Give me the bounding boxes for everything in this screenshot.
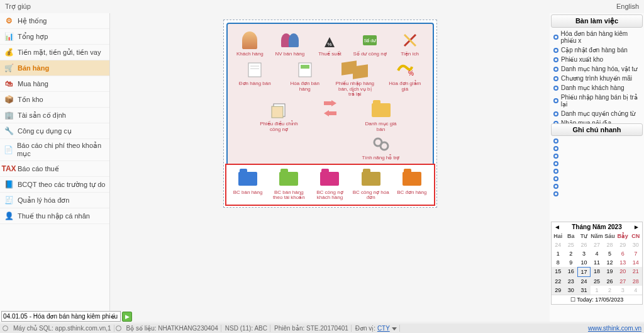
cal-day[interactable]: 27 (616, 277, 630, 286)
report-node-4[interactable]: BC đơn hàng (392, 169, 431, 201)
cal-day[interactable]: 9 (565, 258, 578, 267)
cal-day[interactable]: 10 (577, 258, 591, 267)
cal-day[interactable]: 30 (565, 286, 578, 295)
command-input[interactable] (1, 311, 121, 322)
cal-day[interactable]: 1 (552, 249, 565, 258)
cal-day[interactable]: 17 (577, 267, 591, 277)
cal-day[interactable]: 24 (552, 240, 565, 249)
calendar[interactable]: ◄ Tháng Năm 2023 ► HaiBaTưNămSáuBảyCN242… (551, 222, 643, 305)
sidebar-item-6[interactable]: 🏢Tài sản cố định (0, 108, 109, 123)
sidebar-item-11[interactable]: 🧾Quản lý hóa đơn (0, 193, 109, 208)
help-menu[interactable]: Trợ giúp (5, 3, 31, 11)
cal-day[interactable]: 1 (591, 286, 604, 295)
cal-day[interactable]: 28 (603, 240, 616, 249)
report-node-3[interactable]: BC công nợ hóa đơn (352, 169, 391, 201)
sidebar-item-3[interactable]: 🛒Bán hàng (0, 60, 109, 76)
cal-day[interactable]: 7 (629, 249, 642, 258)
report-node-2[interactable]: BC công nợ khách hàng (310, 169, 349, 201)
quicknote-item-2[interactable] (551, 152, 643, 160)
top-node-4[interactable]: Tiện ích (391, 30, 430, 57)
sidebar-item-5[interactable]: 📦Tồn kho (0, 92, 109, 108)
cal-day[interactable]: 28 (629, 277, 642, 286)
node-pricelist[interactable]: Danh mục giá bán (362, 100, 401, 133)
cal-day[interactable]: 24 (577, 277, 591, 286)
dropdown-icon[interactable] (392, 327, 397, 330)
cal-day[interactable]: 26 (577, 240, 591, 249)
cal-day[interactable]: 25 (591, 277, 604, 286)
cal-day[interactable]: 29 (552, 286, 565, 295)
quicknote-item-6[interactable] (551, 183, 643, 190)
worktable-item-6[interactable]: Phiếu nhập hàng bán bị trả lại (551, 93, 643, 109)
report-node-0[interactable]: BC bán hàng (228, 169, 267, 201)
cal-day[interactable]: 2 (565, 249, 578, 258)
sidebar-item-2[interactable]: 💰Tiền mặt, tiền gửi, tiền vay (0, 45, 109, 60)
worktable-item-2[interactable]: Phiếu xuất kho (551, 55, 643, 64)
top-node-1[interactable]: NV bán hàng (270, 30, 309, 57)
go-button[interactable]: ▶ (122, 312, 132, 322)
cal-day[interactable]: 31 (577, 286, 591, 295)
cal-day[interactable]: 3 (616, 286, 630, 295)
vendor-link[interactable]: www.sthink.com.vn (588, 325, 641, 332)
cal-day[interactable]: 8 (552, 258, 565, 267)
worktable-item-1[interactable]: Cập nhật đơn hàng bán (551, 45, 643, 55)
report-node-1[interactable]: BC bán hàng theo tài khoản (269, 169, 308, 201)
node-support[interactable]: Tính năng hỗ trợ (362, 134, 401, 161)
sidebar-item-8[interactable]: 📄Báo cáo chi phí theo khoản mục (0, 139, 109, 161)
cal-day[interactable]: 20 (616, 267, 630, 277)
cal-day[interactable]: 15 (552, 267, 565, 277)
cal-day[interactable]: 25 (565, 240, 578, 249)
quicknote-item-5[interactable] (551, 175, 643, 183)
cal-day[interactable]: 29 (616, 240, 630, 249)
cal-prev-icon[interactable]: ◄ (554, 223, 560, 230)
sidebar-item-1[interactable]: 📊Tổng hợp (0, 29, 109, 45)
cal-day[interactable]: 21 (629, 267, 642, 277)
cal-day[interactable]: 5 (603, 249, 616, 258)
worktable-item-8[interactable]: Nhập mua nội địa (551, 118, 643, 123)
cal-today[interactable]: ☐ Today: 17/05/2023 (552, 295, 642, 304)
cal-day[interactable]: 23 (565, 277, 578, 286)
sidebar-item-0[interactable]: ⚙Hệ thống (0, 13, 109, 29)
sidebar-item-4[interactable]: 🛍Mua hàng (0, 76, 109, 92)
doc-node-0[interactable]: Đơn hàng bán (235, 60, 274, 98)
quicknote-item-7[interactable] (551, 190, 643, 198)
cal-day[interactable]: 4 (591, 249, 604, 258)
worktable-item-7[interactable]: Danh mục quyền chứng từ (551, 109, 643, 118)
doc-node-2[interactable]: Phiếu nhập hàng bán, dịch vụ bị trả lại (335, 60, 374, 98)
cal-next-icon[interactable]: ► (633, 223, 640, 230)
sidebar-item-9[interactable]: TAXBáo cáo thuế (0, 161, 109, 177)
sidebar-item-12[interactable]: 👤Thuế thu nhập cá nhân (0, 208, 109, 224)
cal-day[interactable]: 12 (603, 258, 616, 267)
cal-day[interactable]: 4 (629, 286, 642, 295)
cal-day[interactable]: 27 (591, 240, 604, 249)
sidebar-item-10[interactable]: 📘BCQT theo các trường tự do (0, 177, 109, 193)
doc-node-3[interactable]: %Hóa đơn giảm giá (386, 60, 425, 98)
quicknote-item-1[interactable] (551, 145, 643, 152)
cal-day[interactable]: 13 (616, 258, 630, 267)
quicknote-item-3[interactable] (551, 160, 643, 167)
top-node-0[interactable]: Khách hàng (230, 30, 269, 57)
cal-day[interactable]: 30 (629, 240, 642, 249)
cal-dow: Hai (552, 232, 565, 240)
cal-day[interactable]: 6 (616, 249, 630, 258)
node-adjust[interactable]: Phiếu điều chỉnh công nợ (260, 100, 299, 161)
sidebar-item-7[interactable]: 🔧Công cụ dụng cụ (0, 123, 109, 139)
cal-day[interactable]: 16 (565, 267, 578, 277)
lang-switch[interactable]: English (616, 3, 639, 11)
quicknote-item-4[interactable] (551, 167, 643, 175)
top-node-3[interactable]: Số dưSố dư công nợ (350, 30, 389, 57)
worktable-item-3[interactable]: Danh mục hàng hóa, vật tư (551, 64, 643, 74)
doc-node-1[interactable]: Hóa đơn bán hàng (286, 60, 325, 98)
cal-day[interactable]: 26 (603, 277, 616, 286)
cal-day[interactable]: 2 (603, 286, 616, 295)
top-node-2[interactable]: %Thuế suất (310, 30, 349, 57)
cal-day[interactable]: 19 (603, 267, 616, 277)
quicknote-item-0[interactable] (551, 137, 643, 145)
cal-day[interactable]: 3 (577, 249, 591, 258)
worktable-item-4[interactable]: Chương trình khuyến mãi (551, 74, 643, 83)
cal-day[interactable]: 22 (552, 277, 565, 286)
worktable-item-5[interactable]: Danh mục khách hàng (551, 83, 643, 93)
cal-day[interactable]: 14 (629, 258, 642, 267)
worktable-item-0[interactable]: Hóa đơn bán hàng kiêm phiếu x (551, 29, 643, 45)
cal-day[interactable]: 18 (591, 267, 604, 277)
cal-day[interactable]: 11 (591, 258, 604, 267)
